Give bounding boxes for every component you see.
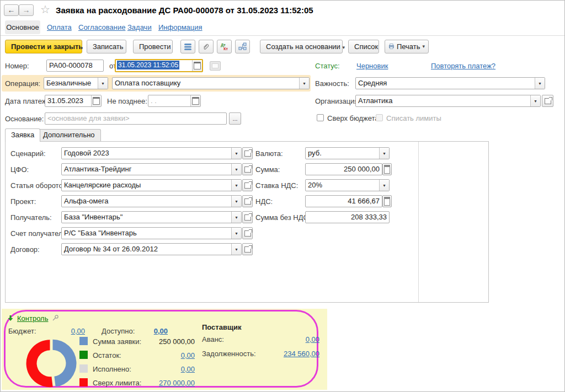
currency-select[interactable]: руб. ▾ xyxy=(305,147,390,159)
related-documents-button[interactable] xyxy=(235,40,250,53)
operation-type-select[interactable]: Оплата поставщику ▾ xyxy=(112,77,310,89)
chevron-down-icon: ▾ xyxy=(422,40,425,53)
cfo-select[interactable]: Атлантика-Трейдинг ▾ xyxy=(61,163,242,175)
tab-additional[interactable]: Дополнительно xyxy=(37,129,101,141)
over-budget-checkbox[interactable] xyxy=(317,114,324,121)
scenario-select[interactable]: Годовой 2023 ▾ xyxy=(61,147,242,159)
dropdown-arrow-icon[interactable]: ▾ xyxy=(231,212,241,223)
turnover-item-select[interactable]: Канцелярские расходы ▾ xyxy=(61,179,242,191)
attachments-button[interactable] xyxy=(199,40,214,53)
status-link[interactable]: Черновик xyxy=(356,62,388,70)
payee-account-select[interactable]: Р/С "База "Инвентарь ▾ xyxy=(61,227,242,239)
nav-tab-payment[interactable]: Оплата xyxy=(47,23,72,31)
contract-label: Договор: xyxy=(10,245,40,254)
dropdown-arrow-icon[interactable]: ▾ xyxy=(231,164,241,175)
number-input[interactable]: РА00-000078 xyxy=(46,60,104,72)
donut-slice-Сумма заявки xyxy=(53,340,77,387)
dropdown-arrow-icon[interactable]: ▾ xyxy=(98,78,108,89)
vat-calculator-button[interactable] xyxy=(382,195,392,207)
donut-slice-Сверх лимита xyxy=(26,340,53,387)
dropdown-arrow-icon[interactable]: ▾ xyxy=(231,244,241,255)
vat-input[interactable]: 41 666,67 xyxy=(305,195,382,207)
favorite-star-icon[interactable]: ☆ xyxy=(40,3,50,16)
create-based-on-button[interactable]: Создать на основании ▾ xyxy=(260,40,343,53)
dropdown-arrow-icon[interactable]: ▾ xyxy=(530,95,540,106)
turnover-item-open-button[interactable] xyxy=(242,179,253,191)
dropdown-arrow-icon[interactable]: ▾ xyxy=(231,228,241,239)
tab-request[interactable]: Заявка xyxy=(5,128,40,142)
dropdown-arrow-icon[interactable]: ▾ xyxy=(231,196,241,207)
legend-value-executed-link[interactable]: 0,00 xyxy=(129,365,195,373)
legend-swatch-request-amount xyxy=(79,337,88,345)
not-later-input[interactable]: . . xyxy=(148,95,201,107)
dropdown-arrow-icon[interactable]: ▾ xyxy=(299,78,309,89)
dropdown-arrow-icon[interactable]: ▾ xyxy=(379,148,389,159)
legend-swatch-remainder xyxy=(79,351,88,359)
nav-tab-approval[interactable]: Согласование xyxy=(78,23,125,31)
dropdown-arrow-icon[interactable]: ▾ xyxy=(231,148,241,159)
dropdown-arrow-icon[interactable]: ▾ xyxy=(231,180,241,191)
nav-tab-tasks[interactable]: Задачи xyxy=(127,23,152,31)
basis-choose-button[interactable]: ... xyxy=(229,112,241,125)
available-value-link[interactable]: 0,00 xyxy=(130,327,168,335)
scenario-open-button[interactable] xyxy=(242,147,253,159)
date-input[interactable]: 31.05.2023 11:52:05 xyxy=(115,59,203,72)
payee-account-label: Счет получателя: xyxy=(10,229,68,238)
forward-button[interactable]: → xyxy=(19,4,34,16)
payee-account-open-button[interactable] xyxy=(242,227,253,239)
dropdown-arrow-icon[interactable]: ▾ xyxy=(535,78,545,89)
calendar-picker-button[interactable] xyxy=(192,60,202,71)
amount-input[interactable]: 250 000,00 xyxy=(305,163,382,175)
page-title: Заявка на расходование ДС РА00-000078 от… xyxy=(56,6,313,15)
budget-value-link[interactable]: 0,00 xyxy=(52,327,85,335)
legend-value-remainder-link[interactable]: 0,00 xyxy=(129,351,195,359)
number-value: РА00-000078 xyxy=(47,60,103,71)
project-select[interactable]: Альфа-омега ▾ xyxy=(61,195,242,207)
calendar-picker-button[interactable] xyxy=(190,95,200,106)
accounting-entries-button[interactable]: Дт Кт xyxy=(217,40,232,53)
contract-open-button[interactable] xyxy=(242,243,253,255)
importance-value: Средняя xyxy=(356,78,535,89)
amount-wo-vat-input[interactable]: 208 333,33 xyxy=(305,211,390,223)
contract-select[interactable]: Договор № 34 от 26.09.2012 ▾ xyxy=(61,243,242,255)
legend-swatch-over-limit xyxy=(79,378,88,386)
nav-tab-main[interactable]: Основное xyxy=(5,20,40,34)
open-link-icon xyxy=(244,198,251,205)
advance-value-link[interactable]: 0,00 xyxy=(254,335,319,343)
repeat-payment-link[interactable]: Повторять платеж? xyxy=(431,62,495,70)
organization-open-button[interactable] xyxy=(542,95,553,107)
pay-date-input[interactable]: 31.05.2023 xyxy=(45,95,102,107)
calendar-icon xyxy=(194,62,201,69)
control-section-link[interactable]: Контроль xyxy=(17,314,48,323)
post-and-close-button[interactable]: Провести и закрыть xyxy=(5,40,82,53)
debt-value-link[interactable]: 234 560,00 xyxy=(254,350,319,358)
collapse-arrow-icon[interactable] xyxy=(7,315,14,321)
payee-select[interactable]: База "Инвентарь" ▾ xyxy=(61,211,242,223)
legend-value-over-limit-link[interactable]: 270 000,00 xyxy=(129,379,195,387)
operation-kind-value: Безналичные xyxy=(44,78,98,89)
save-button[interactable]: Записать xyxy=(87,40,126,53)
back-arrow-icon: ← xyxy=(8,4,15,17)
printer-icon xyxy=(388,43,395,50)
amount-calculator-button[interactable] xyxy=(382,163,392,175)
post-button[interactable]: Провести xyxy=(133,40,173,53)
operation-kind-select[interactable]: Безналичные ▾ xyxy=(44,77,108,89)
back-button[interactable]: ← xyxy=(4,4,19,16)
list-button[interactable]: Список xyxy=(348,40,379,53)
print-button[interactable]: Печать ▾ xyxy=(385,40,429,53)
register-records-button[interactable] xyxy=(180,40,195,53)
pin-icon[interactable] xyxy=(52,314,59,321)
date-options-button[interactable] xyxy=(210,61,221,71)
organization-select[interactable]: Атлантика ▾ xyxy=(355,95,541,107)
vat-rate-select[interactable]: 20% ▾ xyxy=(305,179,390,191)
cfo-open-button[interactable] xyxy=(242,163,253,175)
importance-select[interactable]: Средняя ▾ xyxy=(355,77,545,89)
nav-tab-info[interactable]: Информация xyxy=(158,23,202,31)
payee-open-button[interactable] xyxy=(242,211,253,223)
turnover-item-value: Канцелярские расходы xyxy=(62,180,231,191)
dropdown-arrow-icon[interactable]: ▾ xyxy=(379,180,389,191)
calendar-picker-button[interactable] xyxy=(91,95,101,106)
payee-label: Получатель: xyxy=(10,213,52,222)
project-open-button[interactable] xyxy=(242,195,253,207)
basis-input[interactable]: <основание для заявки> xyxy=(45,112,227,125)
